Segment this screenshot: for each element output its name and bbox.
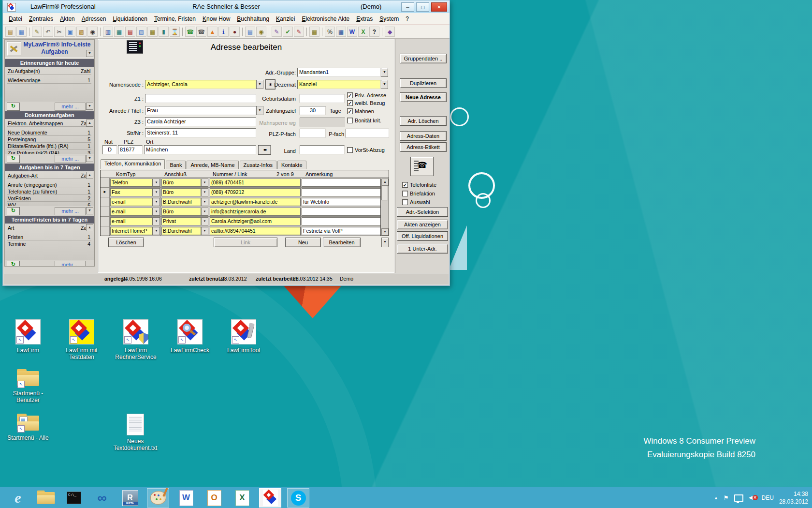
- row-selector[interactable]: ►: [101, 188, 110, 197]
- exit-door-icon[interactable]: ▮: [159, 27, 169, 37]
- table-row[interactable]: e-mail Büro info@achtzigercarola.de: [101, 207, 382, 217]
- calendar-sheet-icon[interactable]: ▦: [147, 27, 158, 37]
- form-sheet-icon[interactable]: ▤: [245, 27, 255, 37]
- globe-icon[interactable]: ●: [230, 27, 240, 37]
- scroll-down-icon[interactable]: [381, 228, 389, 236]
- refresh-icon[interactable]: ↻: [7, 261, 20, 267]
- table-row[interactable]: Telefon Büro (089) 4704451: [101, 178, 389, 188]
- desktop-icon-textdokument[interactable]: Neues Textdokument.txt: [108, 414, 162, 451]
- row-selector[interactable]: [101, 217, 110, 226]
- menu-adressen[interactable]: Adressen: [78, 14, 110, 24]
- tab-kontakte[interactable]: Kontakte: [277, 161, 306, 169]
- nat-field[interactable]: D: [102, 145, 117, 154]
- desktop-icon-startmenu-alle[interactable]: ↖ Startmenü - Alle: [1, 414, 55, 441]
- scroll-down-icon[interactable]: [86, 155, 93, 162]
- table-scrollbar[interactable]: [380, 179, 389, 236]
- save-edit-icon[interactable]: ✎: [32, 27, 42, 37]
- zahlungsziel-field[interactable]: 30: [300, 106, 326, 115]
- phone-directory-book-icon[interactable]: ▤: [125, 27, 135, 37]
- anschluss-dropdown-icon[interactable]: [201, 208, 208, 216]
- layers-icon[interactable]: ▦: [309, 27, 319, 37]
- tab-telefon-kommunikation[interactable]: Telefon, Kommunikation: [101, 159, 165, 169]
- clock[interactable]: 14:38 28.03.2012: [779, 490, 808, 506]
- list-item[interactable]: Telefonate (zu führen)1: [7, 188, 91, 195]
- neu-button[interactable]: Neu: [285, 238, 321, 247]
- desktop-icon-lawfirm-rechnerservice[interactable]: ↖ LawFirm RechnerService: [109, 319, 163, 360]
- address-book-icon[interactable]: ▥: [103, 27, 113, 37]
- mehr-button[interactable]: mehr ...: [55, 155, 86, 163]
- dezernat-select[interactable]: Kanzlei: [297, 80, 381, 89]
- menu-zentrales[interactable]: Zentrales: [26, 14, 57, 24]
- menu-buchhaltung[interactable]: Buchhaltung: [233, 14, 273, 24]
- menu-kanzlei[interactable]: Kanzlei: [273, 14, 298, 24]
- menu-extras[interactable]: Extras: [353, 14, 376, 24]
- anschluss-dropdown-icon[interactable]: [201, 227, 208, 235]
- scroll-down-icon[interactable]: [86, 207, 93, 214]
- briefaktion-checkbox[interactable]: Briefaktion: [402, 191, 435, 196]
- akten-anzeigen-button[interactable]: Akten anzeigen: [397, 220, 448, 229]
- list-item[interactable]: Neue Dokumente1: [7, 129, 91, 136]
- note-edit-icon[interactable]: ✎: [294, 27, 304, 37]
- taskbar-word-icon[interactable]: W: [175, 488, 197, 508]
- language-indicator[interactable]: DEU: [762, 494, 774, 501]
- komtyp-dropdown-icon[interactable]: [153, 198, 160, 206]
- adr-gruppe-dropdown-icon[interactable]: [381, 68, 388, 77]
- komtyp-dropdown-icon[interactable]: [153, 188, 160, 196]
- tray-expand-icon[interactable]: ▲: [714, 496, 718, 500]
- copy-icon[interactable]: ▣: [65, 27, 75, 37]
- table-row[interactable]: e-mail Privat Carola.Achtziger@aol.com: [101, 217, 382, 226]
- mehr-button[interactable]: mehr ...: [55, 103, 86, 111]
- list-item[interactable]: Fristen1: [7, 234, 91, 240]
- row-selector[interactable]: [101, 178, 110, 187]
- taskbar-paint-icon[interactable]: [147, 488, 169, 508]
- refresh-icon[interactable]: ↻: [7, 103, 20, 111]
- mahnen-checkbox[interactable]: ✓Mahnen: [347, 108, 374, 114]
- list-item[interactable]: Zur Prüfung (ok?) (RA)3: [7, 149, 91, 154]
- anschluss-dropdown-icon[interactable]: [201, 198, 208, 206]
- komtyp-dropdown-icon[interactable]: [153, 208, 160, 216]
- bonitaet-checkbox[interactable]: Bonität krit.: [347, 118, 381, 123]
- menu-termine-fristen[interactable]: Termine, Fristen: [151, 14, 199, 24]
- pfach-field[interactable]: [346, 129, 389, 138]
- print-preview-icon[interactable]: ◉: [256, 27, 266, 37]
- komtyp-dropdown-icon[interactable]: [153, 179, 160, 187]
- adr-selektion-button[interactable]: Adr.-Selektion: [397, 207, 448, 217]
- calculator-icon[interactable]: ▦: [336, 27, 346, 37]
- list-item[interactable]: VorFristen2: [7, 195, 91, 202]
- scroll-up-icon[interactable]: [86, 120, 93, 127]
- search-binoculars-icon[interactable]: ◉: [87, 27, 98, 37]
- z1-field[interactable]: [145, 94, 256, 103]
- help-manual-icon[interactable]: ◆: [385, 27, 395, 37]
- volume-muted-icon[interactable]: ✕: [749, 494, 756, 501]
- tab-zusatz-infos[interactable]: Zusatz-Infos: [240, 161, 277, 169]
- checklist-icon[interactable]: ✔: [283, 27, 293, 37]
- undo-icon[interactable]: ↶: [43, 27, 53, 37]
- desktop-icon-lawfirm[interactable]: ↖ LawFirm: [1, 319, 55, 354]
- gruppendaten-button[interactable]: Gruppendaten ..: [400, 54, 447, 63]
- taskbar-vmware-icon[interactable]: ∞: [91, 488, 113, 508]
- action-center-flag-icon[interactable]: ⚑: [724, 495, 729, 501]
- geburtsdatum-field[interactable]: [300, 94, 345, 103]
- table-row[interactable]: Internet HomeP B:Durchwahl callto://0894…: [101, 226, 382, 236]
- signature-pen-icon[interactable]: ✎: [272, 27, 282, 37]
- network-icon[interactable]: [734, 494, 743, 502]
- paste-icon[interactable]: ▩: [76, 27, 87, 37]
- word-export-icon[interactable]: W: [347, 27, 357, 37]
- row-selector[interactable]: [101, 197, 110, 207]
- neue-adresse-button[interactable]: Neue Adresse: [400, 92, 447, 102]
- adr-loeschen-button[interactable]: Adr. Löschen: [400, 116, 447, 126]
- scroll-down-icon[interactable]: [86, 103, 93, 110]
- taskbar-command-prompt-icon[interactable]: C:\_: [63, 488, 85, 508]
- telefonliste-checkbox[interactable]: ✓Telefonliste: [402, 182, 436, 188]
- akten-registry-icon[interactable]: ▦: [114, 27, 124, 37]
- unter-adr-button[interactable]: 1 Unter-Adr.: [397, 244, 448, 254]
- ort-field[interactable]: München: [144, 145, 256, 154]
- anschluss-dropdown-icon[interactable]: [201, 188, 208, 196]
- desktop-icon-startmenu-benutzer[interactable]: ↖ Startmenü - Benutzer: [1, 369, 55, 403]
- card-index-icon[interactable]: ▦: [16, 27, 27, 37]
- mehr-button[interactable]: mehr ...: [55, 207, 86, 215]
- adress-etikett-button[interactable]: Adress-Etikett: [400, 142, 447, 152]
- titlebar[interactable]: LawFirm® Professional RAe Schneller & Be…: [3, 0, 450, 13]
- torch-icon[interactable]: ▲: [207, 27, 218, 37]
- excel-export-icon[interactable]: X: [358, 27, 368, 37]
